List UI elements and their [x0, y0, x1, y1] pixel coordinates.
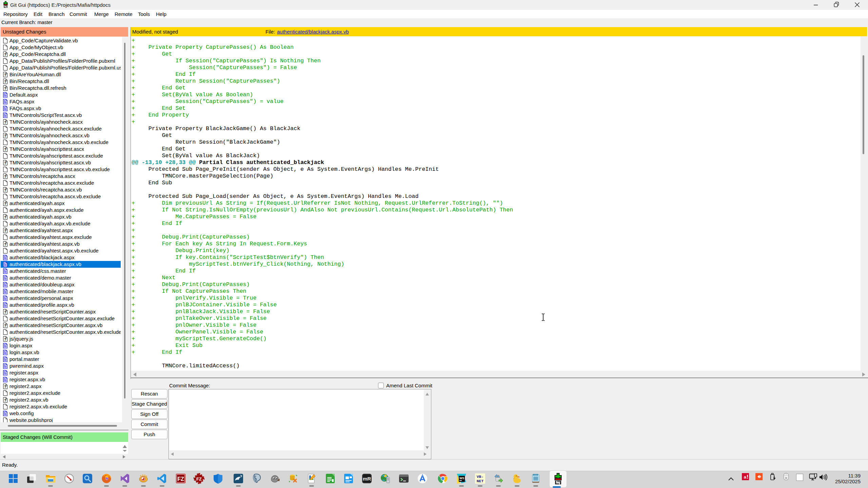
svg-text:WS: WS [459, 476, 464, 480]
svg-text:a: a [744, 474, 746, 480]
svg-text:FZ: FZ [196, 476, 202, 482]
svg-text:FZ: FZ [177, 476, 184, 482]
svg-text:NET: NET [477, 479, 484, 483]
svg-text:mR: mR [363, 476, 371, 482]
svg-text:VB-: VB- [477, 475, 484, 479]
